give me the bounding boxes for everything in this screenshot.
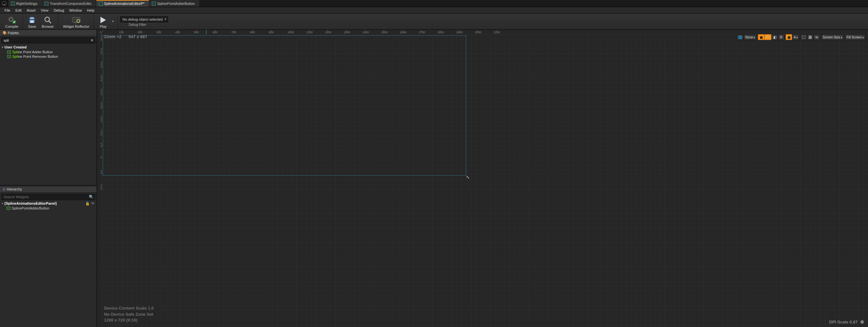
screen-size-label: Screen Size: [823, 35, 840, 39]
play-dropdown-arrow[interactable]: ▼: [110, 20, 115, 23]
fill-screen-label: Fill Screen: [847, 35, 862, 39]
tab-label: SplineAnimationsEditorP*: [104, 2, 145, 5]
hierarchy-tab[interactable]: ☷ Hierarchy: [0, 186, 97, 193]
play-label: Play: [100, 25, 106, 28]
safe-zone-info: No Device Safe Zone Set: [104, 312, 154, 317]
layout-mode-value: R: [780, 35, 782, 39]
palette-search-input[interactable]: [2, 37, 95, 43]
layout-mode-button[interactable]: R: [778, 34, 784, 40]
viewport-info-top: Zoom +2 547 x 887: [104, 34, 147, 39]
lock-icon[interactable]: 🔓: [85, 201, 90, 206]
search-icon: 🔍: [89, 195, 94, 199]
viewport-info-bottom-left: Device Content Scale 1.0 No Device Safe …: [104, 305, 154, 323]
localization-button[interactable]: 🌐: [737, 34, 744, 40]
debug-filter-label: Debug Filter: [120, 23, 146, 27]
play-button[interactable]: Play: [96, 15, 110, 29]
palette-item[interactable]: Spline Point Remover Button: [0, 54, 97, 59]
magnifier-icon: [43, 16, 52, 24]
dpi-settings-button[interactable]: ⚙: [860, 319, 865, 324]
hierarchy-title: Hierarchy: [7, 187, 22, 191]
palette-item-label: Spline Point Adder Button: [12, 50, 53, 54]
palette-icon: 🎨: [3, 31, 6, 35]
hierarchy-child[interactable]: SplinePointAdderButton: [0, 206, 97, 210]
layout-left-button[interactable]: ◧: [771, 34, 778, 40]
svg-line-8: [49, 21, 51, 23]
widget-reflector-button[interactable]: Widget Reflector: [60, 15, 92, 29]
compile-label: Compile: [5, 25, 18, 28]
dpi-scale: DPI Scale 0.67: [829, 320, 858, 324]
document-tab[interactable]: RightSettings: [8, 0, 42, 7]
canvas-resize-handle[interactable]: ⤡: [465, 175, 470, 179]
resolution-info: 1280 x 720 (9:16): [104, 317, 154, 323]
palette-item-label: Spline Point Remover Button: [12, 55, 58, 58]
widget-reflector-label: Widget Reflector: [63, 25, 89, 28]
palette-item[interactable]: Spline Point Adder Button: [0, 50, 97, 54]
vertical-ruler: 45040035030025020015010050050100: [97, 34, 103, 327]
svg-point-2: [10, 19, 12, 20]
ruler-cursor-marker: [206, 30, 207, 34]
menu-asset[interactable]: Asset: [24, 8, 38, 13]
palette-search[interactable]: ✕: [1, 37, 95, 43]
visibility-icon[interactable]: 👁: [91, 201, 95, 206]
screen-size-dropdown[interactable]: Screen Size: [821, 34, 844, 40]
reflector-icon: [72, 16, 81, 24]
menu-bar: FileEditAssetViewDebugWindowHelp: [0, 7, 868, 13]
palette-category-label: User Created: [4, 45, 27, 49]
widget-canvas-frame[interactable]: [103, 35, 466, 175]
fill-screen-dropdown[interactable]: Fill Screen: [845, 34, 865, 40]
hierarchy-search[interactable]: 🔍: [1, 194, 95, 200]
palette-title: Palette: [8, 31, 19, 35]
grid-snap-button[interactable]: ▦: [786, 34, 792, 40]
palette-tab[interactable]: 🎨 Palette: [0, 30, 97, 36]
palette-category-user-created[interactable]: User Created: [0, 44, 97, 50]
menu-edit[interactable]: Edit: [13, 8, 24, 13]
browse-button[interactable]: Browse: [39, 15, 56, 29]
blueprint-icon: [99, 2, 103, 5]
save-button[interactable]: Save: [25, 15, 39, 29]
device-content-scale: Device Content Scale 1.0: [104, 305, 154, 311]
lock-button[interactable]: 🔒: [764, 34, 771, 40]
widget-icon: [7, 55, 11, 58]
hierarchy-child-label: SplinePointAdderButton: [12, 206, 50, 210]
menu-view[interactable]: View: [38, 8, 51, 13]
menu-file[interactable]: File: [2, 8, 13, 13]
loc-preview-value: None: [745, 35, 753, 39]
preview-background-button[interactable]: 🖼: [807, 34, 813, 40]
widget-icon: [6, 206, 10, 210]
clear-search-icon[interactable]: ✕: [90, 38, 94, 43]
hierarchy-root[interactable]: ▾[SplineAnimationsEditorPanel] 🔓 👁: [0, 201, 97, 206]
canvas-area[interactable]: ⤡: [103, 34, 868, 327]
svg-point-0: [2, 1, 6, 5]
viewport-info-bottom-right: DPI Scale 0.67 ⚙: [829, 319, 865, 324]
unreal-logo: [0, 0, 8, 7]
flip-button[interactable]: ⇋: [813, 34, 820, 40]
debug-object-selector[interactable]: No debug object selected: [120, 17, 168, 22]
debug-object-value: No debug object selected: [122, 18, 162, 21]
compile-button[interactable]: Compile: [3, 15, 21, 29]
blueprint-icon: [11, 2, 15, 5]
viewport-toolbar: 🌐 None ▣ 🔒 ◧ R ▦ 4 ⛶ 🖼 ⇋ Screen Size Fil…: [737, 34, 865, 40]
designer-viewport[interactable]: 0100200300400500600700800900100011001200…: [97, 30, 868, 327]
tab-label: SplinePointAdderButton: [157, 2, 195, 5]
document-tab[interactable]: SplinePointAdderButton: [149, 0, 199, 7]
cursor-position: 547 x 887: [129, 34, 147, 39]
document-tab[interactable]: TransfromComponenEdito: [42, 0, 96, 7]
hierarchy-root-label: [SplineAnimationsEditorPanel]: [4, 201, 57, 205]
tab-label: TransfromComponenEdito: [50, 2, 91, 5]
floppy-icon: [27, 16, 36, 24]
grid-snap-value-button[interactable]: 4: [792, 34, 799, 40]
svg-rect-6: [30, 20, 34, 23]
hierarchy-icon: ☷: [3, 188, 5, 191]
blueprint-icon: [152, 2, 156, 5]
browse-label: Browse: [42, 25, 54, 28]
show-outlines-button[interactable]: ▣: [758, 34, 764, 40]
hierarchy-search-input[interactable]: [2, 194, 95, 200]
blueprint-icon: [44, 2, 49, 5]
document-tab[interactable]: SplineAnimationsEditorP*: [96, 0, 149, 7]
zoom-to-fit-button[interactable]: ⛶: [801, 34, 807, 40]
menu-help[interactable]: Help: [84, 8, 97, 13]
menu-debug[interactable]: Debug: [51, 8, 66, 13]
menu-window[interactable]: Window: [66, 8, 84, 13]
tab-label: RightSettings: [16, 2, 37, 5]
localization-preview-dropdown[interactable]: None: [744, 34, 756, 40]
